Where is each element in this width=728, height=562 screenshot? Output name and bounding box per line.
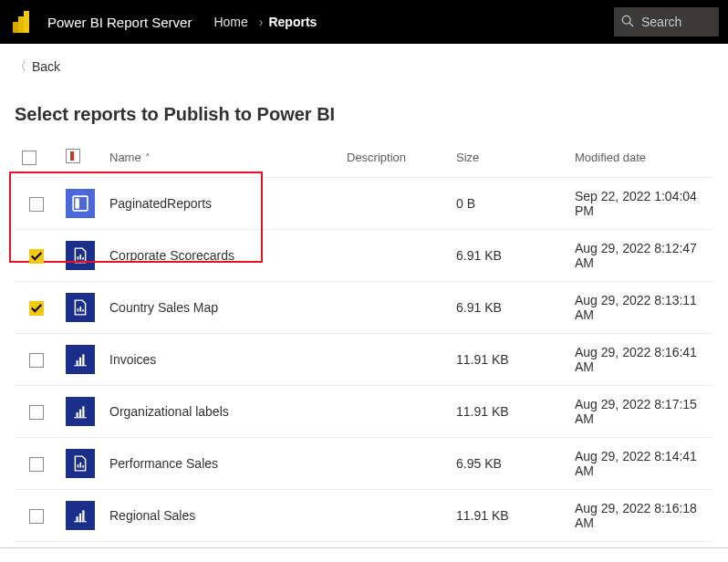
row-size: 6.95 KB xyxy=(449,438,567,490)
row-name: Invoices xyxy=(102,334,339,386)
svg-rect-8 xyxy=(79,255,81,260)
svg-rect-26 xyxy=(82,510,84,521)
svg-rect-9 xyxy=(82,257,84,259)
select-all-checkbox[interactable] xyxy=(22,151,36,165)
svg-rect-1 xyxy=(18,16,24,33)
column-header-type[interactable] xyxy=(58,138,102,178)
row-checkbox[interactable] xyxy=(29,509,44,524)
svg-rect-23 xyxy=(82,465,84,467)
top-bar: Power BI Report Server Home › Reports Se… xyxy=(0,0,728,44)
column-header-description[interactable]: Description xyxy=(339,138,449,178)
search-icon xyxy=(621,15,634,30)
row-modified: Aug 29, 2022 8:13:11 AM xyxy=(567,282,713,334)
folder-icon xyxy=(66,189,95,218)
row-size: 6.91 KB xyxy=(449,230,567,282)
app-title: Power BI Report Server xyxy=(47,15,192,30)
svg-rect-12 xyxy=(82,309,84,311)
svg-rect-18 xyxy=(79,410,81,418)
chevron-right-icon: › xyxy=(259,15,264,29)
row-checkbox[interactable] xyxy=(29,405,44,420)
row-description xyxy=(339,282,449,334)
row-checkbox[interactable] xyxy=(29,301,44,316)
table-row[interactable]: PaginatedReports0 BSep 22, 2022 1:04:04 … xyxy=(15,178,713,230)
table-row[interactable]: Country Sales Map6.91 KBAug 29, 2022 8:1… xyxy=(15,282,713,334)
svg-rect-17 xyxy=(77,412,78,418)
column-header-name[interactable]: Name˄ xyxy=(102,138,339,178)
svg-line-4 xyxy=(629,23,633,26)
svg-rect-11 xyxy=(79,307,81,312)
svg-rect-19 xyxy=(82,406,84,417)
row-modified: Aug 29, 2022 8:17:15 AM xyxy=(567,386,713,438)
file-type-icon xyxy=(66,149,80,163)
column-header-name-label: Name xyxy=(109,151,141,164)
table-row[interactable]: Invoices11.91 KBAug 29, 2022 8:16:41 AM xyxy=(15,334,713,386)
svg-point-3 xyxy=(622,16,630,24)
row-name: Performance Sales xyxy=(102,438,339,490)
svg-rect-0 xyxy=(24,11,29,33)
row-description xyxy=(339,490,449,542)
breadcrumb: Home › Reports xyxy=(213,15,317,29)
row-size: 0 B xyxy=(449,178,567,230)
row-checkbox[interactable] xyxy=(29,457,44,472)
svg-rect-14 xyxy=(79,358,81,366)
footer: Publish to Power BI xyxy=(0,548,728,562)
column-header-size[interactable]: Size xyxy=(449,138,567,178)
svg-rect-10 xyxy=(78,308,79,311)
row-modified: Aug 29, 2022 8:14:41 AM xyxy=(567,438,713,490)
svg-rect-6 xyxy=(75,198,79,208)
svg-rect-15 xyxy=(82,354,84,365)
svg-rect-7 xyxy=(78,256,79,259)
row-modified: Aug 29, 2022 8:16:41 AM xyxy=(567,334,713,386)
row-size: 11.91 KB xyxy=(449,490,567,542)
page-title: Select reports to Publish to Power BI xyxy=(0,75,728,138)
row-name: PaginatedReports xyxy=(102,178,339,230)
column-header-modified[interactable]: Modified date xyxy=(567,138,713,178)
table-row[interactable]: Regional Sales11.91 KBAug 29, 2022 8:16:… xyxy=(15,490,713,542)
row-modified: Aug 29, 2022 8:12:47 AM xyxy=(567,230,713,282)
row-checkbox[interactable] xyxy=(29,249,44,264)
report-icon xyxy=(66,293,95,322)
row-description xyxy=(339,334,449,386)
row-modified: Sep 22, 2022 1:04:04 PM xyxy=(567,178,713,230)
search-input[interactable]: Search xyxy=(614,7,719,36)
row-description xyxy=(339,230,449,282)
powerbi-logo-icon xyxy=(9,9,35,35)
row-description xyxy=(339,178,449,230)
svg-rect-21 xyxy=(78,464,79,467)
table-row[interactable]: Corporate Scorecards6.91 KBAug 29, 2022 … xyxy=(15,230,713,282)
column-header-select-all[interactable] xyxy=(15,138,58,178)
row-checkbox[interactable] xyxy=(29,197,44,212)
back-label: Back xyxy=(32,59,60,74)
row-name: Organizational labels xyxy=(102,386,339,438)
report-table: Name˄ Description Size Modified date Pag… xyxy=(15,138,713,542)
row-name: Regional Sales xyxy=(102,490,339,542)
row-description xyxy=(339,438,449,490)
report-icon xyxy=(66,241,95,270)
table-header-row: Name˄ Description Size Modified date xyxy=(15,138,713,178)
svg-rect-24 xyxy=(77,516,78,522)
table-row[interactable]: Organizational labels11.91 KBAug 29, 202… xyxy=(15,386,713,438)
report-table-wrap: Name˄ Description Size Modified date Pag… xyxy=(0,138,728,542)
svg-rect-13 xyxy=(77,360,78,366)
chart-icon xyxy=(66,397,95,426)
svg-rect-22 xyxy=(79,463,81,468)
back-button[interactable]: 〈 Back xyxy=(15,58,60,75)
svg-rect-25 xyxy=(79,514,81,522)
row-checkbox[interactable] xyxy=(29,353,44,368)
search-placeholder: Search xyxy=(641,15,681,29)
svg-rect-2 xyxy=(13,22,18,33)
row-name: Country Sales Map xyxy=(102,282,339,334)
row-description xyxy=(339,386,449,438)
chart-icon xyxy=(66,501,95,530)
row-name: Corporate Scorecards xyxy=(102,230,339,282)
row-modified: Aug 29, 2022 8:16:18 AM xyxy=(567,490,713,542)
chart-icon xyxy=(66,345,95,374)
row-size: 6.91 KB xyxy=(449,282,567,334)
chevron-left-icon: 〈 xyxy=(15,58,26,75)
report-icon xyxy=(66,449,95,478)
breadcrumb-home[interactable]: Home xyxy=(213,15,247,29)
row-size: 11.91 KB xyxy=(449,386,567,438)
row-size: 11.91 KB xyxy=(449,334,567,386)
breadcrumb-current: Reports xyxy=(268,15,317,29)
table-row[interactable]: Performance Sales6.95 KBAug 29, 2022 8:1… xyxy=(15,438,713,490)
